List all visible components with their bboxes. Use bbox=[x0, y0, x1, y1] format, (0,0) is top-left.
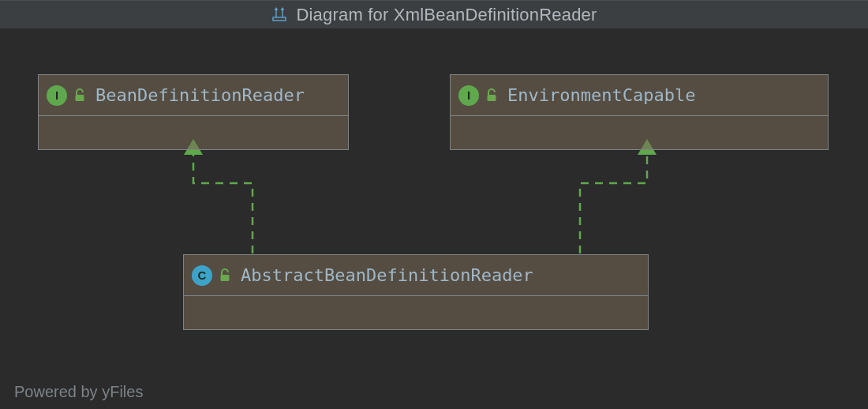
node-title: AbstractBeanDefinitionReader bbox=[241, 265, 533, 285]
diagram-canvas[interactable]: I BeanDefinitionReader I E bbox=[0, 28, 868, 409]
interface-badge-icon: I bbox=[458, 85, 479, 106]
node-environment-capable[interactable]: I EnvironmentCapable bbox=[450, 74, 829, 150]
class-badge-icon: C bbox=[192, 265, 212, 286]
node-header: I EnvironmentCapable bbox=[451, 75, 828, 116]
svg-marker-4 bbox=[281, 7, 285, 10]
svg-rect-8 bbox=[488, 95, 496, 101]
svg-rect-9 bbox=[221, 275, 230, 281]
svg-rect-7 bbox=[76, 95, 84, 101]
node-bean-definition-reader[interactable]: I BeanDefinitionReader bbox=[38, 74, 349, 150]
node-body bbox=[39, 116, 348, 151]
svg-marker-3 bbox=[275, 7, 279, 10]
badge-letter: C bbox=[198, 268, 207, 282]
tab-title[interactable]: Diagram for XmlBeanDefinitionReader bbox=[296, 5, 597, 25]
node-header: C AbstractBeanDefinitionReader bbox=[184, 255, 648, 296]
diagram-icon bbox=[271, 6, 288, 24]
lock-icon bbox=[219, 268, 231, 283]
node-title: BeanDefinitionReader bbox=[95, 85, 305, 105]
node-abstract-bean-definition-reader[interactable]: C AbstractBeanDefinitionReader bbox=[183, 254, 649, 330]
node-title: EnvironmentCapable bbox=[507, 85, 695, 105]
powered-by-label: Powered by yFiles bbox=[14, 383, 143, 401]
node-header: I BeanDefinitionReader bbox=[39, 75, 348, 116]
badge-letter: I bbox=[467, 88, 470, 102]
interface-badge-icon: I bbox=[47, 85, 67, 106]
node-body bbox=[184, 296, 648, 331]
badge-letter: I bbox=[55, 88, 58, 102]
lock-icon bbox=[73, 88, 86, 103]
svg-rect-0 bbox=[273, 17, 286, 21]
tab-bar: Diagram for XmlBeanDefinitionReader bbox=[0, 0, 868, 29]
node-body bbox=[451, 116, 828, 151]
lock-icon bbox=[485, 88, 498, 103]
